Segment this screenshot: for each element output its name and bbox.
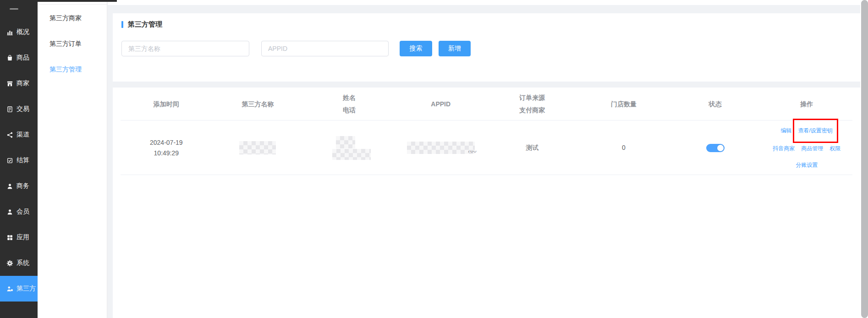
col-name-phone: 姓名电话 [303,88,395,121]
search-button[interactable]: 搜索 [400,41,432,56]
cell-added-time: 2024-07-19 10:49:29 [121,121,212,175]
secondary-sidebar: 第三方商家 第三方订单 第三方管理 [38,0,107,318]
appid-input[interactable] [261,41,389,56]
store-icon [6,80,13,87]
table-row: 2024-07-19 10:49:29 700 测试 0 编辑 [113,121,860,175]
sidebar-item-system[interactable]: 系统 [0,250,38,276]
appid-remnant: 700 [467,151,477,154]
top-white-strip [108,0,860,5]
sidebar-item-goods[interactable]: 商品 [0,45,38,71]
scrollbar-track[interactable] [860,0,868,318]
cell-appid: 700 [395,121,487,175]
scrollbar-thumb[interactable] [861,0,868,318]
member-icon [6,208,13,215]
sidebar-item-label: 渠道 [16,131,29,139]
sidebar-item-label: 概况 [16,28,29,36]
action-view-set-key[interactable]: 查看/设置密钥 [798,127,833,134]
sidebar-item-label: 商品 [16,54,29,62]
cell-thirdparty-name [212,121,304,175]
cell-status [670,121,761,175]
sidebar-item-label: 应用 [16,233,29,241]
redacted-name-block [239,141,276,154]
business-icon [6,183,13,190]
col-appid: APPID [395,88,487,121]
channel-icon [6,132,13,138]
table-header: 添加时间 第三方名称 姓名电话 APPID 订单来源支付商家 门店数量 状态 操… [113,88,860,121]
submenu-item-third-party-manage[interactable]: 第三方管理 [38,57,107,82]
action-edit[interactable]: 编辑 [781,126,792,136]
sidebar-item-label: 交易 [16,105,29,113]
redacted-appid-block: 700 [407,142,475,154]
sidebar-item-label: 会员 [16,208,29,216]
third-party-icon [6,285,13,292]
redacted-phone-block [332,149,371,160]
panel-title-text: 第三方管理 [128,20,162,29]
added-date: 2024-07-19 [150,137,183,148]
action-split-settings[interactable]: 分账设置 [796,160,818,170]
submenu-item-label: 第三方商家 [49,14,82,22]
highlight-red-box: 查看/设置密钥 [793,119,838,143]
trade-icon [6,106,13,113]
sidebar-item-label: 第三方 [16,285,36,293]
col-store-count: 门店数量 [578,88,670,121]
submenu-top-divider [38,4,107,5]
action-douyin-merchant[interactable]: 抖音商家 [773,143,795,154]
bag-icon [6,55,13,61]
system-icon [6,260,13,267]
sidebar-item-channel[interactable]: 渠道 [0,122,38,148]
sidebar-item-label: 结算 [16,156,29,164]
search-panel: 第三方管理 搜索 新增 [113,13,860,82]
submenu-item-third-party-merchant[interactable]: 第三方商家 [38,5,107,31]
sidebar-logo-placeholder [10,8,18,10]
order-source-value: 测试 [526,143,538,153]
cell-store-count: 0 [578,121,670,175]
col-status: 状态 [670,88,761,121]
action-permission[interactable]: 权限 [830,143,841,154]
sidebar-item-merchant[interactable]: 商家 [0,71,38,96]
sidebar-item-third-party[interactable]: 第三方 [0,276,38,302]
sidebar-item-trade[interactable]: 交易 [0,96,38,122]
cell-order-source: 测试 [487,121,578,175]
col-added-time: 添加时间 [121,88,212,121]
sidebar-item-label: 商务 [16,182,29,190]
add-button[interactable]: 新增 [439,41,471,56]
app-sidebar: 概况 商品 商家 交易 渠道 结算 商务 会员 [0,0,38,318]
sidebar-item-overview[interactable]: 概况 [0,19,38,45]
chart-icon [6,29,13,36]
submenu-item-label: 第三方管理 [49,66,82,74]
store-count-value: 0 [622,143,626,153]
sidebar-item-business[interactable]: 商务 [0,173,38,199]
col-order-source: 订单来源支付商家 [487,88,578,121]
title-accent-bar [121,21,123,28]
apps-icon [6,234,13,241]
cell-actions: 编辑 查看/设置密钥 抖音商家 商品管理 权限 分账设置 [761,121,852,175]
status-toggle[interactable] [706,144,725,152]
submenu-item-label: 第三方订单 [49,40,82,48]
redacted-contact-block [336,136,355,148]
added-time: 10:49:29 [154,148,179,159]
submenu-item-third-party-order[interactable]: 第三方订单 [38,31,107,57]
sidebar-item-member[interactable]: 会员 [0,199,38,225]
top-cutoff-strip [38,0,117,2]
settlement-icon [6,157,13,164]
cell-name-phone [303,121,395,175]
table-panel: 添加时间 第三方名称 姓名电话 APPID 订单来源支付商家 门店数量 状态 操… [113,88,860,318]
sidebar-nav: 概况 商品 商家 交易 渠道 结算 商务 会员 [0,0,38,302]
panel-title: 第三方管理 [121,20,162,29]
sidebar-item-label: 系统 [16,259,29,267]
sidebar-item-settlement[interactable]: 结算 [0,148,38,173]
sidebar-item-label: 商家 [16,79,29,88]
thirdparty-name-input[interactable] [121,41,249,56]
col-actions: 操作 [761,88,852,121]
col-thirdparty-name: 第三方名称 [212,88,304,121]
sidebar-item-apps[interactable]: 应用 [0,225,38,250]
action-goods-manage[interactable]: 商品管理 [801,143,823,154]
